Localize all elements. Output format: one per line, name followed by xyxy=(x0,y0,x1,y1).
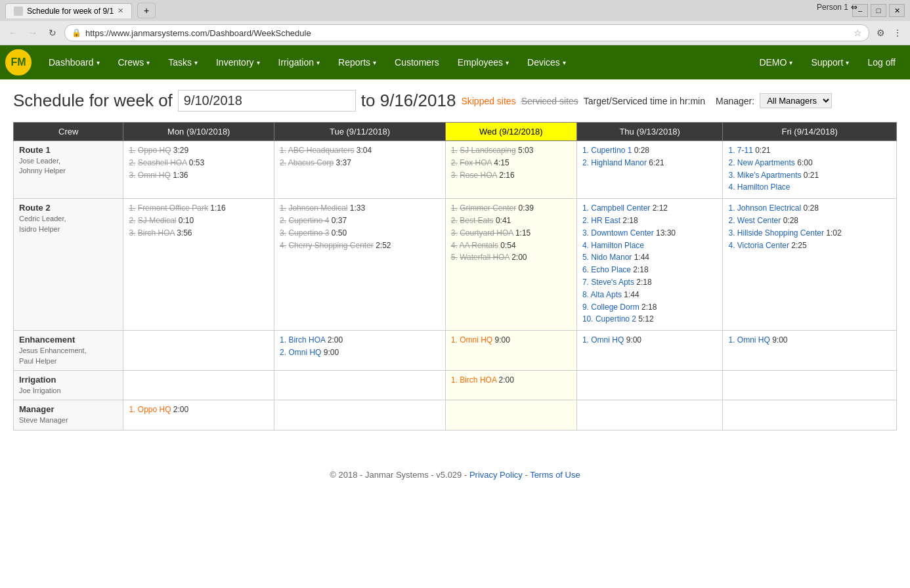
crew-name: Enhancement xyxy=(19,335,118,345)
page-title-prefix: Schedule for week of xyxy=(13,91,173,111)
crew-cell: Route 2 Cedric Leader,Isidro Helper xyxy=(14,199,123,331)
list-item: 3. Omni HQ 1:36 xyxy=(129,170,269,181)
nav-demo-dropdown-icon: ▾ xyxy=(789,59,792,66)
list-item: 1. Grimmer Center 0:39 xyxy=(451,203,571,214)
cell-fri-2: 1. Omni HQ 9:00 xyxy=(723,331,897,371)
list-item: 3. Mike's Apartments 0:21 xyxy=(728,170,891,181)
col-header-mon: Mon (9/10/2018) xyxy=(123,123,274,141)
cell-fri-0: 1. 7-11 0:212. New Apartments 6:003. Mik… xyxy=(723,141,897,199)
list-item: 1. Oppo HQ 2:00 xyxy=(129,404,269,415)
list-item: 2. Best Eats 0:41 xyxy=(451,215,571,226)
nav-tasks[interactable]: Tasks ▾ xyxy=(159,45,207,79)
cell-fri-4 xyxy=(723,400,897,430)
privacy-policy-link[interactable]: Privacy Policy xyxy=(469,470,523,480)
cell-wed-3: 1. Birch HOA 2:00 xyxy=(445,370,576,400)
url-box[interactable]: 🔒 https://www.janmarsystems.com/Dashboar… xyxy=(64,24,869,41)
nav-customers[interactable]: Customers xyxy=(385,45,448,79)
nav-customers-label: Customers xyxy=(395,57,439,68)
cell-tue-0: 1. ABC Headquarters 3:042. Abacus Corp 3… xyxy=(274,141,446,199)
forward-button[interactable]: → xyxy=(25,25,41,41)
skipped-sites-link[interactable]: Skipped sites xyxy=(461,96,515,106)
close-button[interactable]: ✕ xyxy=(889,4,905,17)
col-header-crew: Crew xyxy=(14,123,123,141)
table-row: Manager Steve Manager 1. Oppo HQ 2:00 xyxy=(14,400,897,430)
list-item: 4. Hamilton Place xyxy=(728,182,891,193)
list-item: 1. Omni HQ 9:00 xyxy=(728,335,891,346)
nav-support[interactable]: Support ▾ xyxy=(802,45,858,79)
nav-irrigation[interactable]: Irrigation ▾ xyxy=(269,45,329,79)
nav-employees-label: Employees xyxy=(458,57,503,68)
nav-reports[interactable]: Reports ▾ xyxy=(329,45,385,79)
list-item: 4. Hamilton Place xyxy=(582,240,718,251)
user-name: Person 1 xyxy=(817,3,848,12)
tab-close-button[interactable]: ✕ xyxy=(118,7,123,15)
nav-logoff[interactable]: Log off xyxy=(858,45,905,79)
list-item: 3. Birch HOA 3:56 xyxy=(129,228,269,239)
nav-logoff-label: Log off xyxy=(867,57,896,68)
nav-support-label: Support xyxy=(811,57,843,68)
nav-devices[interactable]: Devices ▾ xyxy=(518,45,575,79)
list-item: 3. Courtyard HOA 1:15 xyxy=(451,228,571,239)
terms-of-use-link[interactable]: Terms of Use xyxy=(530,470,580,480)
list-item: 1. Johnson Electrical 0:28 xyxy=(728,203,891,214)
cell-wed-1: 1. Grimmer Center 0:392. Best Eats 0:413… xyxy=(445,199,576,331)
list-item: 2. Seashell HOA 0:53 xyxy=(129,158,269,169)
nav-support-dropdown-icon: ▾ xyxy=(846,59,849,66)
new-tab-button[interactable]: + xyxy=(137,3,156,18)
list-item: 1. Birch HOA 2:00 xyxy=(280,335,440,346)
maximize-button[interactable]: □ xyxy=(871,4,886,17)
title-bar: Schedule for week of 9/1 ✕ + Person 1 ⇔ … xyxy=(0,0,910,21)
col-header-fri: Fri (9/14/2018) xyxy=(723,123,897,141)
list-item: 10. Cupertino 2 5:12 xyxy=(582,314,718,325)
crew-members: Joe Irrigation xyxy=(19,386,118,396)
extensions-icon[interactable]: ⚙ xyxy=(873,26,888,40)
start-date-input[interactable] xyxy=(178,90,356,112)
nav-items: Dashboard ▾ Crews ▾ Tasks ▾ Inventory ▾ … xyxy=(39,45,750,79)
settings-icon[interactable]: ⋮ xyxy=(890,26,905,40)
list-item: 2. West Center 0:28 xyxy=(728,215,891,226)
list-item: 2. New Apartments 6:00 xyxy=(728,158,891,169)
crew-members: Steve Manager xyxy=(19,415,118,425)
col-header-thu: Thu (9/13/2018) xyxy=(576,123,723,141)
list-item: 6. Echo Place 2:18 xyxy=(582,264,718,276)
table-row: Route 2 Cedric Leader,Isidro Helper 1. F… xyxy=(14,199,897,331)
crew-cell: Irrigation Joe Irrigation xyxy=(14,370,123,400)
nav-crews[interactable]: Crews ▾ xyxy=(109,45,160,79)
manager-label: Manager: xyxy=(716,96,754,106)
list-item: 2. Highland Manor 6:21 xyxy=(582,158,718,169)
list-item: 7. Steve's Apts 2:18 xyxy=(582,277,718,288)
list-item: 2. Omni HQ 9:00 xyxy=(280,347,440,358)
list-item: 8. Alta Apts 1:44 xyxy=(582,289,718,301)
nav-employees[interactable]: Employees ▾ xyxy=(448,45,518,79)
cell-thu-2: 1. Omni HQ 9:00 xyxy=(576,331,723,371)
list-item: 2. Cupertino 4 0:37 xyxy=(280,215,440,226)
nav-demo[interactable]: DEMO ▾ xyxy=(750,45,802,79)
cell-tue-2: 1. Birch HOA 2:002. Omni HQ 9:00 xyxy=(274,331,446,371)
lock-icon: 🔒 xyxy=(72,28,81,37)
expand-icon: ⇔ xyxy=(851,3,857,12)
cell-tue-4 xyxy=(274,400,446,430)
back-button[interactable]: ← xyxy=(5,25,21,41)
list-item: 1. Cupertino 1 0:28 xyxy=(582,145,718,156)
cell-tue-1: 1. Johnson Medical 1:332. Cupertino 4 0:… xyxy=(274,199,446,331)
list-item: 1. Birch HOA 2:00 xyxy=(451,375,571,386)
crew-cell: Manager Steve Manager xyxy=(14,400,123,430)
cell-mon-0: 1. Oppo HQ 3:292. Seashell HOA 0:533. Om… xyxy=(123,141,274,199)
nav-inventory[interactable]: Inventory ▾ xyxy=(207,45,269,79)
crew-name: Irrigation xyxy=(19,375,118,385)
reload-button[interactable]: ↻ xyxy=(45,25,60,41)
manager-select[interactable]: All Managers xyxy=(760,93,832,108)
list-item: 2. Abacus Corp 3:37 xyxy=(280,158,440,169)
target-time-label: Target/Serviced time in hr:min xyxy=(584,96,705,106)
list-item: 4. AA Rentals 0:54 xyxy=(451,240,571,251)
bookmark-icon[interactable]: ☆ xyxy=(854,28,862,38)
nav-irrigation-dropdown-icon: ▾ xyxy=(316,59,320,66)
page-title-to: to 9/16/2018 xyxy=(361,91,456,111)
title-bar-left: Schedule for week of 9/1 ✕ + xyxy=(5,3,156,18)
browser-tab[interactable]: Schedule for week of 9/1 ✕ xyxy=(5,3,132,18)
list-item: 3. Cupertino 3 0:50 xyxy=(280,228,440,239)
nav-tasks-dropdown-icon: ▾ xyxy=(194,59,198,66)
cell-mon-2 xyxy=(123,331,274,371)
nav-dashboard[interactable]: Dashboard ▾ xyxy=(39,45,109,79)
window-controls: – □ ✕ xyxy=(852,4,905,17)
